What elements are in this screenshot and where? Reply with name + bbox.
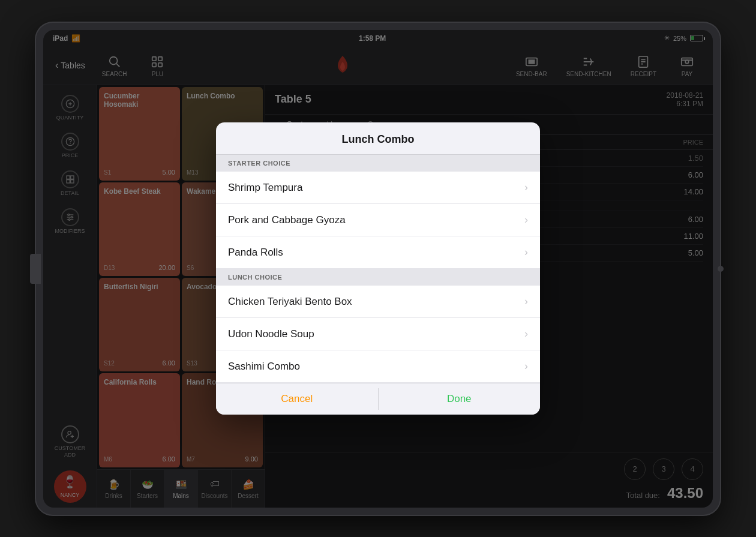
cancel-button[interactable]: Cancel (216, 383, 378, 415)
side-button[interactable] (30, 254, 41, 284)
chevron-right-icon: › (524, 360, 528, 373)
starter-shrimp-tempura[interactable]: Shrimp Tempura › (216, 172, 540, 204)
chevron-right-icon: › (524, 328, 528, 340)
modal-title: Lunch Combo (216, 122, 540, 155)
ipad-frame: iPad 📶 1:58 PM ✳ 25% ‹ Tables (36, 23, 720, 515)
lunch-chicken-bento[interactable]: Chicken Teriyaki Bento Box › (216, 286, 540, 318)
modal-overlay: Lunch Combo STARTER CHOICE Shrimp Tempur… (43, 30, 713, 508)
chevron-right-icon: › (524, 214, 528, 226)
lunch-section-header: LUNCH CHOICE (216, 269, 540, 286)
chevron-right-icon: › (524, 181, 528, 194)
lunch-chicken-label: Chicken Teriyaki Bento Box (228, 296, 352, 308)
ipad-screen: iPad 📶 1:58 PM ✳ 25% ‹ Tables (43, 30, 713, 508)
starter-section-header: STARTER CHOICE (216, 155, 540, 172)
lunch-udon-label: Udon Noodle Soup (228, 328, 314, 340)
starter-panda-rolls[interactable]: Panda Rolls › (216, 236, 540, 269)
starter-shrimp-label: Shrimp Tempura (228, 182, 302, 194)
modal-footer: Cancel Done (216, 383, 540, 415)
starter-panda-label: Panda Rolls (228, 247, 283, 259)
right-dot (718, 266, 724, 272)
lunch-sashimi-label: Sashimi Combo (228, 361, 300, 373)
chevron-right-icon: › (524, 246, 528, 259)
lunch-combo-modal: Lunch Combo STARTER CHOICE Shrimp Tempur… (216, 122, 540, 415)
done-button[interactable]: Done (379, 383, 541, 415)
lunch-sashimi[interactable]: Sashimi Combo › (216, 350, 540, 383)
lunch-udon[interactable]: Udon Noodle Soup › (216, 318, 540, 350)
starter-pork-label: Pork and Cabbage Gyoza (228, 214, 346, 226)
starter-pork-gyoza[interactable]: Pork and Cabbage Gyoza › (216, 204, 540, 236)
chevron-right-icon: › (524, 295, 528, 308)
